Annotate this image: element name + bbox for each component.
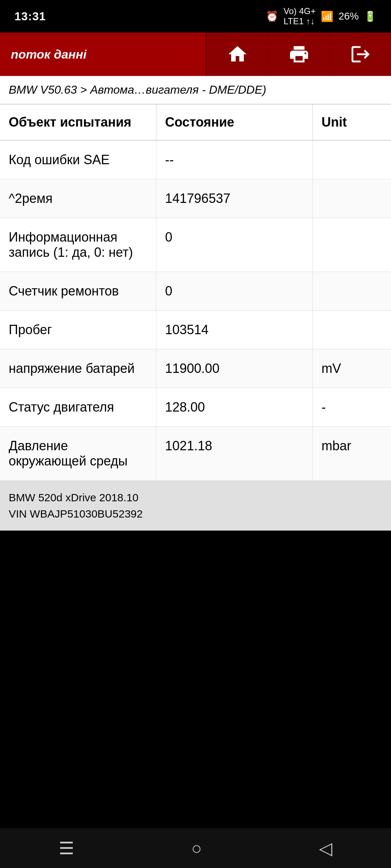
print-icon [288, 43, 310, 65]
cell-value-3: 0 [156, 272, 313, 310]
table-row: Давление окружающей среды1021.18mbar [0, 427, 391, 481]
menu-nav-button[interactable]: ☰ [59, 838, 74, 858]
table-row: Код ошибки SAE-- [0, 141, 391, 179]
cell-unit-0 [313, 141, 391, 179]
col-header-unit: Unit [313, 105, 391, 140]
cell-value-4: 103514 [156, 311, 313, 349]
cell-label-6: Статус двигателя [0, 388, 156, 426]
col-header-state: Состояние [156, 105, 313, 140]
wifi-icon: 📶 [321, 10, 333, 22]
main-content: BMW V50.63 > Автома…вигателя - DME/DDE) … [0, 76, 391, 570]
cell-value-6: 128.00 [156, 388, 313, 426]
table-row: Пробег103514 [0, 311, 391, 349]
cell-unit-7: mbar [313, 427, 391, 480]
cell-unit-5: mV [313, 349, 391, 388]
toolbar-title: поток данні [0, 33, 206, 76]
cell-value-5: 11900.00 [156, 349, 313, 388]
cell-value-1: 141796537 [156, 179, 313, 218]
home-icon [227, 43, 248, 65]
footer-line2: VIN WBAJP51030BU52392 [9, 506, 382, 522]
cell-label-0: Код ошибки SAE [0, 141, 156, 179]
table-row: Счетчик ремонтов0 [0, 272, 391, 311]
cell-label-2: Информационная запись (1: да, 0: нет) [0, 218, 156, 272]
cell-label-1: ^2ремя [0, 179, 156, 218]
table-row: Статус двигателя128.00- [0, 388, 391, 427]
table-row: ^2ремя141796537 [0, 179, 391, 218]
cell-unit-2 [313, 218, 391, 272]
cell-unit-4 [313, 311, 391, 349]
toolbar: поток данні [0, 33, 391, 76]
cell-label-3: Счетчик ремонтов [0, 272, 156, 310]
home-nav-button[interactable]: ○ [191, 838, 202, 858]
cell-label-7: Давление окружающей среды [0, 427, 156, 480]
breadcrumb: BMW V50.63 > Автома…вигателя - DME/DDE) [0, 76, 391, 105]
footer-info: BMW 520d xDrive 2018.10 VIN WBAJP51030BU… [0, 481, 391, 531]
status-time: 13:31 [14, 10, 46, 23]
exit-button[interactable] [329, 33, 391, 76]
cell-value-7: 1021.18 [156, 427, 313, 480]
battery-level: 26% [339, 10, 359, 22]
table-row: напряжение батарей11900.00mV [0, 349, 391, 388]
cell-label-5: напряжение батарей [0, 349, 156, 388]
table-header: Объект испытания Состояние Unit [0, 105, 391, 141]
status-right: ⏰ Vo) 4G+LTE1 ↑↓ 📶 26% 🔋 [266, 6, 377, 26]
cell-label-4: Пробег [0, 311, 156, 349]
data-table: Код ошибки SAE--^2ремя141796537Информаци… [0, 141, 391, 481]
back-nav-button[interactable]: ◁ [319, 838, 332, 858]
footer-line1: BMW 520d xDrive 2018.10 [9, 489, 382, 506]
battery-icon: 🔋 [364, 10, 377, 22]
print-button[interactable] [268, 33, 329, 76]
table-row: Информационная запись (1: да, 0: нет)0 [0, 218, 391, 272]
nav-bar: ☰ ○ ◁ [0, 828, 391, 868]
cell-unit-3 [313, 272, 391, 310]
cell-value-0: -- [156, 141, 313, 179]
cell-unit-1 [313, 179, 391, 218]
col-header-object: Объект испытания [0, 105, 156, 140]
home-button[interactable] [206, 33, 268, 76]
signal-icon: Vo) 4G+LTE1 ↑↓ [283, 6, 316, 26]
status-bar: 13:31 ⏰ Vo) 4G+LTE1 ↑↓ 📶 26% 🔋 [0, 0, 391, 33]
exit-icon [350, 43, 371, 65]
cell-unit-6: - [313, 388, 391, 426]
cell-value-2: 0 [156, 218, 313, 272]
alarm-icon: ⏰ [266, 10, 278, 22]
